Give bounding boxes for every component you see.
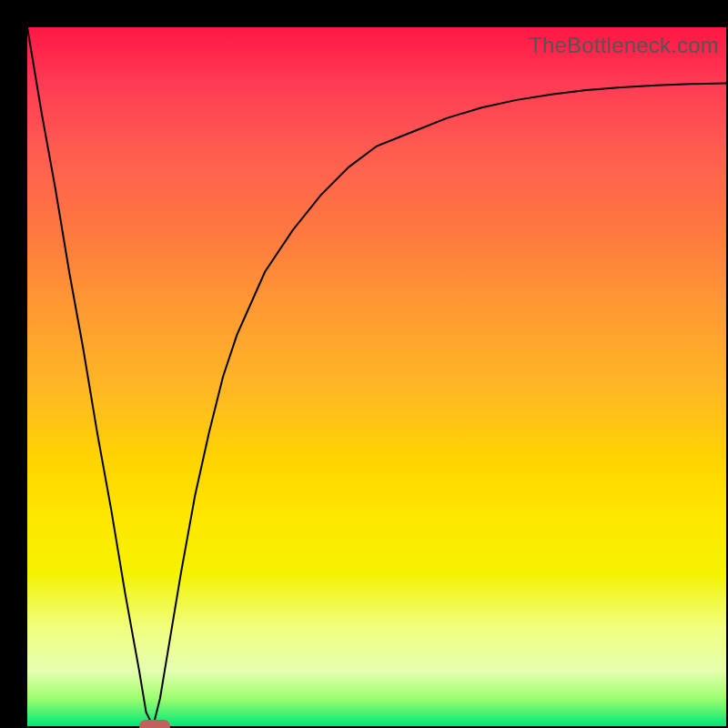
bottleneck-curve (27, 27, 726, 726)
curve-path (27, 27, 726, 726)
optimal-marker-icon (139, 720, 170, 728)
chart-frame: TheBottleneck.com (0, 0, 728, 728)
chart-plot-area: TheBottleneck.com (27, 27, 726, 726)
